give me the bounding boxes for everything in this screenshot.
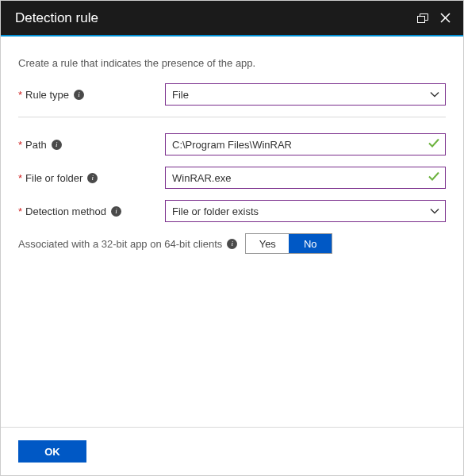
footer: OK	[1, 427, 463, 475]
rule-type-select[interactable]: File	[165, 83, 446, 106]
select-value: File	[172, 89, 189, 101]
title-bar: Detection rule	[1, 1, 463, 36]
assoc-toggle: Yes No	[245, 233, 332, 254]
label-text: Path	[25, 139, 47, 151]
row-associated-32bit: Associated with a 32-bit app on 64-bit c…	[18, 233, 446, 254]
info-icon[interactable]: i	[74, 90, 84, 100]
label-text: Rule type	[25, 89, 69, 101]
required-marker: *	[18, 139, 22, 151]
svg-rect-0	[418, 16, 425, 22]
info-icon[interactable]: i	[227, 239, 237, 249]
select-value: File or folder exists	[172, 205, 259, 217]
label-text: File or folder	[25, 172, 82, 184]
path-input[interactable]	[165, 133, 446, 155]
restore-icon[interactable]	[416, 11, 430, 25]
row-rule-type: * Rule type i File	[18, 83, 446, 106]
toggle-yes[interactable]: Yes	[246, 234, 289, 253]
row-file-or-folder: * File or folder i	[18, 167, 446, 189]
info-icon[interactable]: i	[111, 206, 121, 217]
separator	[18, 117, 446, 117]
info-icon[interactable]: i	[87, 173, 98, 183]
row-path: * Path i	[18, 133, 446, 155]
info-icon[interactable]: i	[52, 140, 62, 150]
required-marker: *	[18, 172, 22, 184]
required-marker: *	[18, 89, 22, 101]
form-content: Create a rule that indicates the presenc…	[1, 36, 463, 427]
row-detection-method: * Detection method i File or folder exis…	[18, 200, 446, 222]
toggle-no[interactable]: No	[289, 234, 332, 253]
panel-title: Detection rule	[15, 10, 416, 26]
required-marker: *	[18, 205, 22, 217]
label-text: Detection method	[25, 205, 106, 217]
detection-method-select[interactable]: File or folder exists	[165, 200, 446, 222]
label-rule-type: * Rule type i	[18, 89, 165, 101]
label-file-or-folder: * File or folder i	[18, 172, 165, 184]
label-detection-method: * Detection method i	[18, 205, 165, 217]
description-text: Create a rule that indicates the presenc…	[18, 57, 446, 69]
window-controls	[416, 11, 452, 25]
assoc-label: Associated with a 32-bit app on 64-bit c…	[18, 238, 222, 250]
file-or-folder-input[interactable]	[165, 167, 446, 189]
close-icon[interactable]	[438, 11, 452, 25]
label-path: * Path i	[18, 139, 165, 151]
ok-button[interactable]: OK	[18, 440, 86, 463]
